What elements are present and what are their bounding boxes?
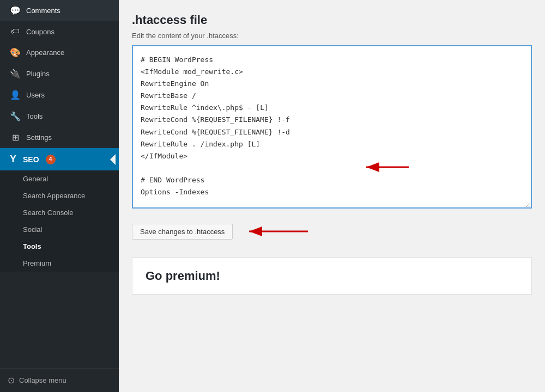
subnav-item-search-console[interactable]: Search Console	[0, 204, 119, 221]
htaccess-editor-wrapper	[132, 45, 532, 211]
save-arrow	[244, 220, 309, 242]
sidebar-item-coupons[interactable]: 🏷 Coupons	[0, 21, 119, 42]
plugins-icon: 🔌	[10, 69, 21, 79]
coupons-icon: 🏷	[10, 27, 21, 36]
page-title: .htaccess file	[132, 13, 532, 27]
seo-label: SEO	[23, 155, 39, 164]
seo-subnav: General Search Appearance Search Console…	[0, 170, 119, 272]
sidebar-label-tools: Tools	[26, 112, 43, 120]
sidebar-item-appearance[interactable]: 🎨 Appearance	[0, 42, 119, 63]
subnav-item-social[interactable]: Social	[0, 221, 119, 238]
sidebar-label-comments: Comments	[26, 7, 60, 15]
sidebar-item-seo[interactable]: Y SEO 4	[0, 148, 119, 170]
subnav-item-search-appearance[interactable]: Search Appearance	[0, 187, 119, 204]
settings-icon: ⊞	[10, 132, 21, 143]
sidebar-label-users: Users	[26, 91, 45, 99]
users-icon: 👤	[10, 90, 21, 100]
sidebar-item-users[interactable]: 👤 Users	[0, 84, 119, 106]
subnav-item-general[interactable]: General	[0, 170, 119, 187]
subnav-item-premium[interactable]: Premium	[0, 255, 119, 272]
sidebar-item-comments[interactable]: 💬 Comments	[0, 0, 119, 21]
save-section: Save changes to .htaccess	[132, 220, 532, 242]
sidebar-item-settings[interactable]: ⊞ Settings	[0, 127, 119, 148]
go-premium-title: Go premium!	[146, 269, 518, 283]
collapse-menu-button[interactable]: ⊙ Collapse menu	[0, 368, 119, 392]
save-htaccess-button[interactable]: Save changes to .htaccess	[132, 224, 233, 240]
comments-icon: 💬	[10, 5, 21, 16]
collapse-menu-label: Collapse menu	[19, 376, 66, 384]
sidebar: 💬 Comments 🏷 Coupons 🎨 Appearance 🔌 Plug…	[0, 0, 119, 392]
seo-badge: 4	[46, 155, 56, 164]
appearance-icon: 🎨	[10, 47, 21, 58]
sidebar-item-tools[interactable]: 🔧 Tools	[0, 106, 119, 127]
chevron-right-icon	[110, 148, 119, 170]
sidebar-label-plugins: Plugins	[26, 70, 50, 78]
collapse-circle-icon: ⊙	[8, 375, 15, 385]
seo-icon: Y	[8, 154, 19, 165]
sidebar-label-settings: Settings	[26, 133, 52, 142]
htaccess-editor[interactable]	[132, 45, 532, 209]
subnav-item-tools[interactable]: Tools	[0, 238, 119, 255]
sidebar-item-plugins[interactable]: 🔌 Plugins	[0, 63, 119, 84]
go-premium-box: Go premium!	[132, 258, 532, 295]
main-content: .htaccess file Edit the content of your …	[119, 0, 545, 392]
sidebar-label-coupons: Coupons	[26, 28, 55, 36]
htaccess-description: Edit the content of your .htaccess:	[132, 32, 532, 40]
sidebar-label-appearance: Appearance	[26, 48, 64, 57]
tools-icon: 🔧	[10, 111, 21, 121]
